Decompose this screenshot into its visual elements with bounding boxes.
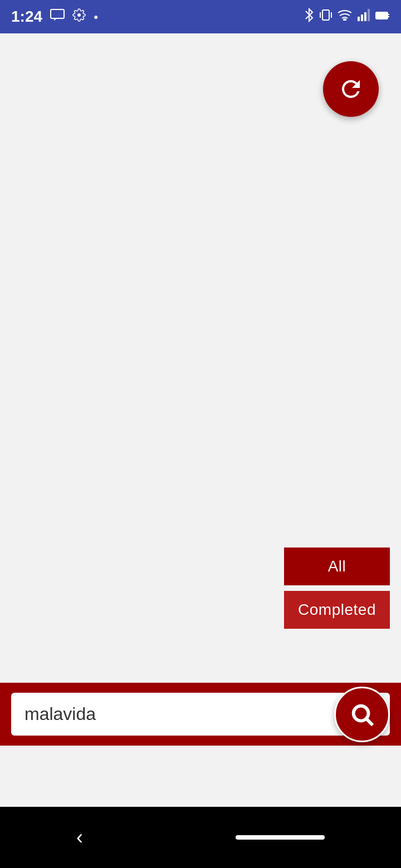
filter-all-button[interactable]: All [284,548,390,585]
refresh-icon [338,76,364,102]
search-input[interactable] [25,704,376,724]
svg-line-15 [367,719,373,725]
back-button[interactable]: ‹ [76,826,83,849]
message-icon [50,9,65,24]
status-bar-right [304,8,390,26]
svg-point-5 [344,19,346,21]
svg-point-14 [354,706,369,721]
svg-rect-2 [322,10,329,20]
svg-point-1 [77,13,81,17]
status-time: 1:24 [11,8,42,26]
search-area [0,683,401,746]
signal-icon [358,9,370,24]
dot-icon: ● [94,12,98,21]
filter-buttons: All Completed [284,548,390,629]
main-content: All Completed [0,33,401,807]
battery-icon [375,9,390,24]
status-bar: 1:24 ● [0,0,401,33]
search-input-wrapper [11,693,390,736]
status-bar-left: 1:24 ● [11,8,99,26]
svg-rect-9 [368,9,370,21]
nav-bar: ‹ [0,807,401,868]
wifi-icon [338,9,352,24]
settings-icon [72,8,86,25]
refresh-button[interactable] [323,61,379,117]
svg-rect-8 [364,12,366,21]
home-indicator[interactable] [236,835,325,840]
search-button[interactable] [334,687,390,742]
svg-rect-11 [376,13,387,18]
svg-rect-7 [361,14,363,21]
bluetooth-icon [304,8,314,26]
search-icon [349,702,375,727]
vibrate-icon [320,8,332,26]
svg-rect-6 [358,17,360,21]
filter-completed-button[interactable]: Completed [284,591,390,629]
svg-rect-0 [51,9,64,18]
